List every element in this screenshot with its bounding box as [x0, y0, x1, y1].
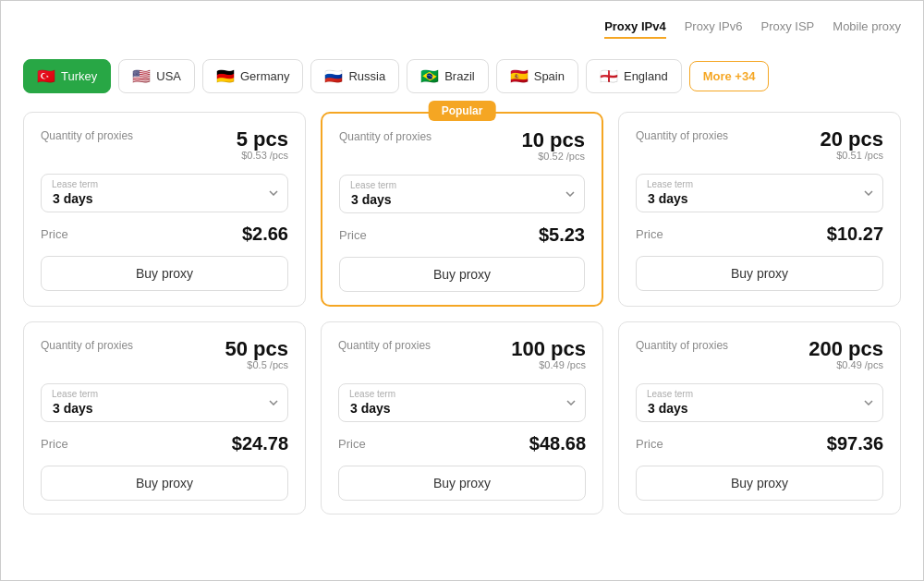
flag-turkey: 🇹🇷	[37, 67, 55, 85]
price-row: Price $5.23	[339, 224, 585, 246]
quantity-label: Quantity of proxies	[636, 129, 728, 142]
quantity-value: 5 pcs $0.53 /pcs	[237, 129, 288, 161]
quantity-pcs: 100 pcs	[511, 339, 586, 359]
price-value: $24.78	[232, 433, 288, 454]
quantity-pcs: 10 pcs	[522, 130, 586, 151]
price-row: Price $2.66	[41, 224, 288, 245]
buy-proxy-button[interactable]: Buy proxy	[41, 256, 288, 291]
per-pcs-price: $0.5 /pcs	[225, 359, 289, 370]
country-label-usa: USA	[156, 69, 181, 83]
flag-england: 🏴󠁧󠁢󠁥󠁮󠁧󠁿	[600, 67, 618, 85]
price-row: Price $24.78	[41, 433, 288, 454]
tab-isp[interactable]: Proxy ISP	[761, 19, 815, 39]
per-pcs-price: $0.51 /pcs	[821, 150, 884, 161]
country-btn-turkey[interactable]: 🇹🇷Turkey	[23, 59, 111, 93]
country-btn-brazil[interactable]: 🇧🇷Brazil	[407, 59, 489, 93]
per-pcs-price: $0.49 /pcs	[808, 359, 883, 370]
quantity-value: 200 pcs $0.49 /pcs	[808, 339, 883, 370]
app-container: Proxy IPv4Proxy IPv6Proxy ISPMobile prox…	[0, 0, 924, 581]
price-value: $10.27	[827, 224, 883, 245]
popular-badge: Popular	[429, 101, 496, 121]
quantity-pcs: 5 pcs	[237, 129, 288, 150]
price-value: $97.36	[827, 433, 883, 454]
price-value: $5.23	[539, 224, 585, 246]
lease-wrapper: Lease term 3 days 7 days 30 days	[636, 383, 883, 422]
card-top: Quantity of proxies 100 pcs $0.49 /pcs	[338, 339, 586, 370]
proxy-tabs: Proxy IPv4Proxy IPv6Proxy ISPMobile prox…	[604, 19, 901, 42]
more-countries-button[interactable]: More +34	[689, 61, 770, 91]
proxy-card-card-5: Quantity of proxies 5 pcs $0.53 /pcs Lea…	[23, 112, 306, 307]
tab-mobile[interactable]: Mobile proxy	[833, 19, 901, 39]
country-btn-germany[interactable]: 🇩🇪Germany	[202, 59, 303, 93]
flag-russia: 🇷🇺	[324, 67, 343, 85]
price-label: Price	[41, 437, 68, 451]
header: Proxy IPv4Proxy IPv6Proxy ISPMobile prox…	[23, 19, 901, 42]
price-value: $48.68	[529, 433, 586, 454]
quantity-value: 100 pcs $0.49 /pcs	[511, 339, 586, 370]
flag-spain: 🇪🇸	[510, 67, 529, 85]
quantity-pcs: 200 pcs	[808, 339, 883, 359]
card-top: Quantity of proxies 20 pcs $0.51 /pcs	[636, 129, 883, 161]
price-value: $2.66	[242, 224, 288, 245]
country-label-germany: Germany	[240, 69, 289, 83]
card-top: Quantity of proxies 10 pcs $0.52 /pcs	[339, 130, 585, 162]
tab-ipv4[interactable]: Proxy IPv4	[604, 19, 666, 39]
card-top: Quantity of proxies 5 pcs $0.53 /pcs	[41, 129, 288, 161]
quantity-label: Quantity of proxies	[41, 129, 133, 142]
lease-label: Lease term	[647, 179, 693, 189]
lease-wrapper: Lease term 3 days 7 days 30 days	[338, 383, 586, 422]
country-label-spain: Spain	[534, 69, 565, 83]
country-label-russia: Russia	[348, 69, 385, 83]
lease-label: Lease term	[349, 389, 395, 399]
proxy-grid: Quantity of proxies 5 pcs $0.53 /pcs Lea…	[23, 112, 901, 514]
quantity-pcs: 50 pcs	[225, 339, 289, 359]
country-btn-usa[interactable]: 🇺🇸USA	[118, 59, 195, 93]
buy-proxy-button[interactable]: Buy proxy	[636, 256, 883, 291]
quantity-label: Quantity of proxies	[636, 339, 728, 352]
lease-label: Lease term	[647, 389, 693, 399]
lease-label: Lease term	[52, 389, 98, 399]
flag-brazil: 🇧🇷	[420, 67, 439, 85]
lease-wrapper: Lease term 3 days 7 days 30 days	[339, 175, 585, 213]
per-pcs-price: $0.53 /pcs	[237, 150, 288, 161]
per-pcs-price: $0.52 /pcs	[522, 151, 586, 162]
country-selector: 🇹🇷Turkey🇺🇸USA🇩🇪Germany🇷🇺Russia🇧🇷Brazil🇪🇸…	[23, 59, 901, 93]
proxy-card-card-50: Quantity of proxies 50 pcs $0.5 /pcs Lea…	[23, 321, 306, 514]
price-row: Price $10.27	[636, 224, 883, 245]
flag-usa: 🇺🇸	[132, 67, 151, 85]
lease-wrapper: Lease term 3 days 7 days 30 days	[41, 174, 288, 212]
lease-wrapper: Lease term 3 days 7 days 30 days	[41, 383, 288, 422]
buy-proxy-button[interactable]: Buy proxy	[338, 466, 586, 501]
quantity-label: Quantity of proxies	[338, 339, 431, 352]
price-label: Price	[636, 227, 663, 241]
card-top: Quantity of proxies 200 pcs $0.49 /pcs	[636, 339, 883, 370]
quantity-value: 10 pcs $0.52 /pcs	[522, 130, 586, 162]
price-label: Price	[41, 227, 68, 241]
card-top: Quantity of proxies 50 pcs $0.5 /pcs	[41, 339, 288, 370]
buy-proxy-button[interactable]: Buy proxy	[636, 466, 883, 501]
flag-germany: 🇩🇪	[216, 67, 235, 85]
buy-proxy-button[interactable]: Buy proxy	[41, 466, 288, 501]
price-label: Price	[338, 437, 366, 451]
proxy-card-card-200: Quantity of proxies 200 pcs $0.49 /pcs L…	[618, 321, 901, 514]
price-label: Price	[636, 437, 663, 451]
buy-proxy-button[interactable]: Buy proxy	[339, 257, 585, 292]
lease-label: Lease term	[350, 180, 396, 190]
country-btn-russia[interactable]: 🇷🇺Russia	[310, 59, 399, 93]
quantity-label: Quantity of proxies	[339, 130, 432, 143]
country-label-brazil: Brazil	[444, 69, 475, 83]
quantity-value: 50 pcs $0.5 /pcs	[225, 339, 289, 370]
price-row: Price $97.36	[636, 433, 883, 454]
quantity-value: 20 pcs $0.51 /pcs	[821, 129, 884, 161]
quantity-pcs: 20 pcs	[821, 129, 884, 150]
tab-ipv6[interactable]: Proxy IPv6	[685, 19, 743, 39]
price-label: Price	[339, 228, 367, 242]
quantity-label: Quantity of proxies	[41, 339, 133, 352]
proxy-card-card-100: Quantity of proxies 100 pcs $0.49 /pcs L…	[321, 321, 603, 514]
proxy-card-card-20: Quantity of proxies 20 pcs $0.51 /pcs Le…	[618, 112, 901, 307]
proxy-card-card-10: Popular Quantity of proxies 10 pcs $0.52…	[321, 112, 603, 307]
country-btn-england[interactable]: 🏴󠁧󠁢󠁥󠁮󠁧󠁿England	[586, 59, 682, 93]
country-btn-spain[interactable]: 🇪🇸Spain	[496, 59, 578, 93]
country-label-england: England	[624, 69, 668, 83]
per-pcs-price: $0.49 /pcs	[511, 359, 586, 370]
